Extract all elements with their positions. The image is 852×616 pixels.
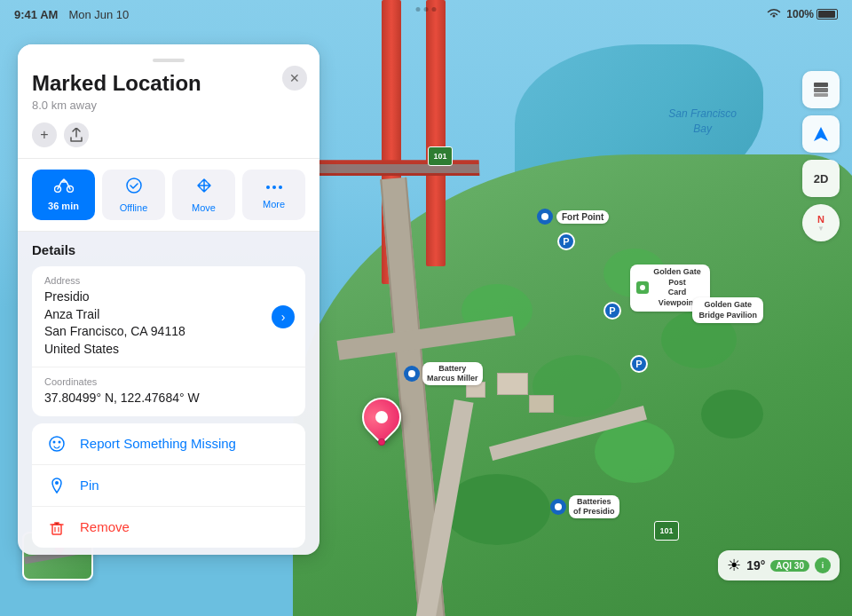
layers-button[interactable] (802, 71, 840, 108)
fort-point-marker[interactable]: Fort Point (537, 209, 609, 225)
weather-temp: 19° (746, 558, 765, 573)
svg-rect-4 (814, 83, 828, 87)
parking-marker[interactable]: P (557, 233, 575, 250)
battery-fill (818, 11, 835, 18)
weather-widget: ☀ 19° AQI 30 i (718, 550, 840, 580)
action-buttons-row: 36 min Offline Move (18, 159, 320, 232)
pin-dot (378, 438, 385, 446)
top-dots-indicator (416, 7, 437, 12)
svg-point-10 (266, 186, 270, 189)
status-time: 9:41 AM (14, 8, 58, 21)
bridge-road (302, 164, 479, 173)
svg-point-0 (541, 213, 548, 220)
offline-icon (125, 177, 143, 199)
svg-point-9 (127, 178, 141, 193)
move-label: Move (192, 202, 216, 213)
fort-point-badge (537, 209, 553, 225)
parking-marker[interactable]: P (604, 302, 621, 320)
bike-action-button[interactable]: 36 min (32, 170, 95, 220)
battery-percent: 100% (786, 8, 814, 20)
report-missing-label: Report Something Missing (80, 436, 236, 451)
svg-point-3 (640, 285, 645, 290)
pin-item[interactable]: Pin (32, 465, 305, 507)
coordinates-label: Coordinates (44, 376, 293, 387)
gg-bridge-pavillon-label[interactable]: Golden Gate Bridge Pavilion (692, 297, 763, 323)
svg-point-14 (53, 440, 56, 443)
panel-share-button[interactable] (64, 122, 89, 147)
compass[interactable]: N ▼ (802, 204, 840, 241)
report-missing-item[interactable]: Report Something Missing (32, 423, 305, 465)
sidebar-panel: Marked Location 8.0 km away + ✕ 36 min (18, 44, 320, 555)
address-card: Address Presidio Anza Trail San Francisc… (32, 266, 305, 416)
svg-point-13 (50, 437, 64, 451)
remove-icon (44, 518, 69, 536)
highway-shield-101-top: 101 (428, 146, 453, 166)
battery-marcus-miller-badge (404, 366, 420, 382)
location-pin[interactable] (362, 398, 401, 444)
building (497, 373, 528, 395)
aqi-badge: AQI 30 (770, 560, 809, 572)
compass-north: N (817, 214, 824, 225)
dot-3 (432, 7, 437, 12)
battery-bar-icon (816, 9, 838, 20)
report-missing-icon (44, 435, 69, 453)
svg-point-11 (272, 186, 276, 189)
2d-button[interactable]: 2D (802, 160, 840, 197)
more-label: More (263, 199, 285, 209)
details-section: Details Address Presidio Anza Trail San … (18, 232, 320, 548)
bike-time-label: 36 min (48, 201, 79, 211)
wifi-icon (767, 7, 781, 21)
bike-icon (54, 177, 74, 197)
action-list: Report Something Missing Pin (32, 423, 305, 548)
svg-point-2 (555, 503, 562, 510)
pin-body (354, 390, 409, 445)
panel-drag-handle[interactable] (153, 59, 185, 62)
svg-point-15 (59, 440, 61, 443)
move-action-button[interactable]: Move (172, 170, 235, 220)
trees (701, 390, 763, 438)
panel-subtitle: 8.0 km away (32, 99, 305, 112)
status-bar: 9:41 AM Mon Jun 10 100% (0, 0, 852, 28)
remove-item[interactable]: Remove (32, 507, 305, 548)
panel-title: Marked Location (32, 71, 305, 96)
status-date: Mon Jun 10 (68, 8, 129, 21)
batteries-presidio-label: Batteries of Presidio (569, 495, 619, 518)
panel-close-button[interactable]: ✕ (282, 66, 307, 91)
more-action-button[interactable]: More (242, 170, 305, 220)
status-right: 100% (767, 7, 838, 21)
address-label: Address (44, 275, 293, 286)
svg-rect-17 (52, 525, 61, 534)
batteries-presidio-marker[interactable]: Batteries of Presidio (550, 495, 619, 518)
pin-inner (375, 411, 388, 423)
offline-label: Offline (120, 202, 148, 213)
navigation-button[interactable] (802, 115, 840, 153)
fort-point-label: Fort Point (556, 210, 609, 224)
weather-icon: ☀ (727, 556, 741, 575)
offline-action-button[interactable]: Offline (102, 170, 165, 220)
more-icon (265, 177, 283, 195)
chevron-right-icon: › (281, 310, 286, 324)
battery-marcus-miller-marker[interactable]: Battery Marcus Miller (404, 362, 483, 385)
dot-2 (424, 7, 429, 12)
coordinates-row: Coordinates 37.80499° N, 122.47684° W (32, 367, 305, 416)
coordinates-value: 37.80499° N, 122.47684° W (44, 390, 293, 407)
parking-marker[interactable]: P (630, 355, 648, 373)
dot-1 (416, 7, 421, 12)
svg-point-16 (55, 481, 59, 485)
svg-point-1 (408, 370, 415, 377)
sf-bay-label: San Francisco Bay (668, 107, 737, 137)
move-icon (195, 177, 213, 199)
panel-add-button[interactable]: + (32, 122, 57, 147)
panel-header: Marked Location 8.0 km away + ✕ (18, 44, 320, 159)
trees (444, 474, 550, 545)
svg-rect-6 (814, 93, 828, 97)
svg-point-12 (279, 186, 282, 189)
remove-label: Remove (80, 519, 130, 534)
battery-status: 100% (786, 8, 838, 20)
address-row: Address Presidio Anza Trail San Francisc… (32, 266, 305, 367)
svg-rect-5 (814, 88, 828, 92)
map-controls: 2D N ▼ (802, 71, 840, 241)
highway-shield-101: 101 (654, 521, 679, 541)
address-navigate-button[interactable]: › (272, 305, 295, 328)
battery-marcus-miller-label: Battery Marcus Miller (422, 362, 483, 385)
